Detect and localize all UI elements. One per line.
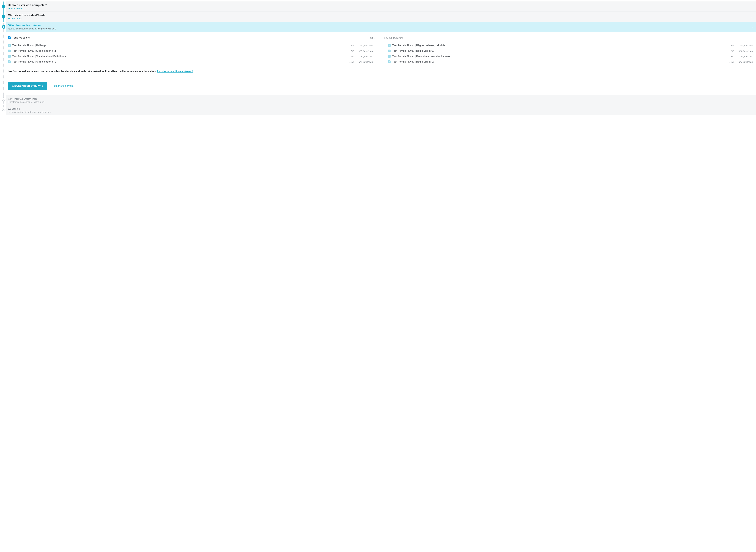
subject-count: 31 Questions — [354, 44, 373, 47]
checkbox-subject[interactable] — [8, 49, 11, 52]
subject-row: Test Permis Fluvial | Feux et marques de… — [388, 55, 753, 58]
subject-row: Test Permis Fluvial | Balisage15%31 Ques… — [8, 44, 373, 47]
check-icon — [388, 50, 390, 52]
subjects-col-left: Test Permis Fluvial | Balisage15%31 Ques… — [8, 44, 373, 63]
step-subtitle: Version démo — [8, 7, 47, 10]
check-icon — [8, 44, 10, 46]
subject-pct: 5% — [345, 55, 354, 58]
actions-row: SAUVEGARDER ET SUIVRE Retourner en arriè… — [8, 82, 753, 90]
subject-label: Test Permis Fluvial | Radio VHF n° 2 — [392, 60, 724, 63]
demo-note-text: Les fonctionnalités ne sont pas personna… — [8, 70, 157, 73]
subject-row: Test Permis Fluvial | Vocabulaire et Déf… — [8, 55, 373, 58]
subject-row: Test Permis Fluvial | Signalisation n°11… — [8, 60, 373, 63]
subject-row: Test Permis Fluvial | Signalisation n°21… — [8, 49, 373, 52]
check-icon — [388, 61, 390, 63]
step-subtitle: Ajoutez ou supprimez des sujets pour vot… — [8, 27, 56, 30]
go-back-link[interactable]: Retourner en arrière — [52, 85, 74, 87]
check-icon — [388, 55, 390, 57]
step-2: Choisissez le mode d'étude Mode examen ⌄ — [0, 12, 756, 22]
subject-pct: 12% — [345, 60, 354, 63]
step-marker-done — [2, 15, 5, 19]
subjects-col-right: Test Permis Fluvial | Règles de barre, p… — [388, 44, 753, 63]
subject-count: 25 Questions — [735, 50, 753, 52]
step-header-4[interactable]: Configurez votre quiz Il est temps de co… — [6, 95, 756, 105]
check-icon — [388, 44, 390, 46]
all-subjects-label: Tous les sujets — [12, 36, 361, 39]
step-number: 4 — [3, 98, 4, 101]
step-marker-pending: 4 — [2, 98, 5, 101]
step-number: 5 — [3, 108, 4, 111]
step-number: 3 — [3, 26, 4, 28]
step-title: Choisissez le mode d'étude — [8, 14, 45, 17]
subject-count: 22 Questions — [354, 60, 373, 63]
step-3: 3 Sélectionner les thèmes Ajoutez ou sup… — [0, 22, 756, 95]
subject-label: Test Permis Fluvial | Balisage — [12, 44, 344, 47]
check-icon — [3, 16, 5, 18]
step-1: Démo ou version complète ? Version démo … — [0, 2, 756, 12]
subject-row: Test Permis Fluvial | Radio VHF n° 212%2… — [388, 60, 753, 63]
step-title: Configurez votre quiz — [8, 97, 45, 100]
check-icon — [8, 50, 10, 52]
subject-label: Test Permis Fluvial | Radio VHF n° 1 — [392, 49, 724, 52]
save-and-continue-button[interactable]: SAUVEGARDER ET SUIVRE — [8, 82, 47, 90]
subject-label: Test Permis Fluvial | Vocabulaire et Déf… — [12, 55, 344, 58]
subject-label: Test Permis Fluvial | Règles de barre, p… — [392, 44, 724, 47]
check-icon — [8, 61, 10, 63]
chevron-down-icon: ⌄ — [751, 16, 753, 18]
subject-pct: 11% — [345, 50, 354, 52]
step-subtitle: Mode examen — [8, 17, 45, 20]
step-title: Et voilà ! — [8, 107, 51, 110]
checkbox-subject[interactable] — [8, 44, 11, 47]
step-4: 4 Configurez votre quiz Il est temps de … — [0, 95, 756, 105]
subject-row: Test Permis Fluvial | Règles de barre, p… — [388, 44, 753, 47]
subject-label: Test Permis Fluvial | Feux et marques de… — [392, 55, 724, 58]
checkbox-subject[interactable] — [388, 55, 391, 58]
step-marker-done — [2, 5, 5, 8]
step-5: 5 Et voilà ! La configuration de votre q… — [0, 105, 756, 115]
step-subtitle: Il est temps de configurer votre quiz ! — [8, 101, 45, 103]
subject-pct: 15% — [725, 44, 734, 47]
check-icon — [8, 37, 10, 39]
subjects-grid: Test Permis Fluvial | Balisage15%31 Ques… — [8, 44, 753, 63]
chevron-down-icon: ⌄ — [751, 5, 753, 8]
subject-pct: 18% — [725, 55, 734, 58]
checkbox-subject[interactable] — [388, 44, 391, 47]
step-header-1[interactable]: Démo ou version complète ? Version démo … — [6, 2, 756, 12]
check-icon — [8, 55, 10, 57]
checkbox-subject[interactable] — [388, 49, 391, 52]
step-marker-pending: 5 — [2, 108, 5, 111]
step-subtitle: La configuration de votre quiz est termi… — [8, 111, 51, 113]
all-subjects-row: Tous les sujets 100% 10 / 199 Questions — [8, 35, 753, 41]
all-subjects-pct: 100% — [362, 36, 375, 39]
check-icon — [3, 6, 5, 8]
subject-count: 36 Questions — [735, 55, 753, 58]
subject-count: 21 Questions — [354, 50, 373, 52]
step-title: Sélectionner les thèmes — [8, 24, 56, 27]
checkbox-all-subjects[interactable] — [8, 36, 11, 39]
subject-pct: 12% — [725, 50, 734, 52]
step-title: Démo ou version complète ? — [8, 3, 47, 7]
subject-pct: 12% — [725, 60, 734, 63]
subject-label: Test Permis Fluvial | Signalisation n°2 — [12, 49, 344, 52]
step-body: Tous les sujets 100% 10 / 199 Questions … — [6, 32, 756, 95]
step-header-5[interactable]: Et voilà ! La configuration de votre qui… — [6, 105, 756, 115]
subject-count: 8 Questions — [354, 55, 373, 58]
demo-note: Les fonctionnalités ne sont pas personna… — [8, 70, 753, 73]
subject-row: Test Permis Fluvial | Radio VHF n° 112%2… — [388, 49, 753, 52]
subject-pct: 15% — [345, 44, 354, 47]
signup-link[interactable]: inscrivez-vous dès maintenant! — [157, 70, 193, 73]
demo-note-period: . — [193, 70, 194, 73]
checkbox-subject[interactable] — [8, 55, 11, 58]
step-header-3[interactable]: Sélectionner les thèmes Ajoutez ou suppr… — [6, 22, 756, 32]
subject-count: 31 Questions — [735, 44, 753, 47]
step-header-2[interactable]: Choisissez le mode d'étude Mode examen ⌄ — [6, 12, 756, 22]
checkbox-subject[interactable] — [388, 60, 391, 63]
subject-label: Test Permis Fluvial | Signalisation n°1 — [12, 60, 344, 63]
subject-count: 25 Questions — [735, 60, 753, 63]
step-marker-current: 3 — [2, 25, 5, 29]
chevron-right-icon: › — [752, 26, 753, 28]
step-connector — [3, 22, 4, 95]
checkbox-subject[interactable] — [8, 60, 11, 63]
all-subjects-count: 10 / 199 Questions — [376, 36, 403, 39]
